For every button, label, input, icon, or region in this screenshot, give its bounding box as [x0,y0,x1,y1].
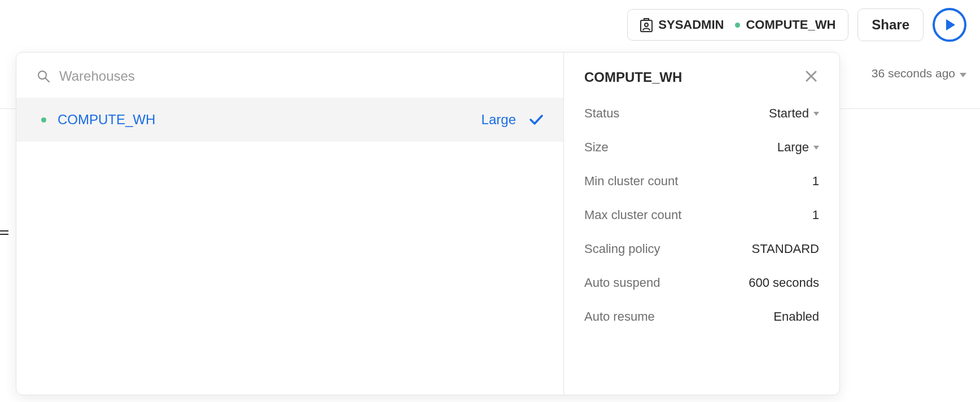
detail-value: Enabled [773,309,819,324]
warehouse-popover: COMPUTE_WH Large COMPUTE_WH Sta [16,52,840,395]
status-dot-icon [41,117,46,123]
detail-value: 1 [812,208,819,222]
detail-row-auto-resume: Auto resume Enabled [584,309,819,324]
detail-value: Large [777,140,809,155]
detail-title: COMPUTE_WH [584,69,682,85]
warehouse-list-panel: COMPUTE_WH Large [16,53,564,395]
detail-value: 600 seconds [749,276,819,290]
share-button[interactable]: Share [858,8,924,41]
status-dot-icon [735,23,740,28]
chevron-down-icon [813,143,819,151]
play-icon [945,19,956,31]
close-icon [806,71,817,82]
detail-header: COMPUTE_WH [584,68,819,86]
warehouse-segment: COMPUTE_WH [735,18,835,32]
detail-label: Scaling policy [584,242,660,256]
context-selector[interactable]: SYSADMIN COMPUTE_WH [627,9,848,41]
detail-label: Auto suspend [584,276,660,290]
drag-handle-icon[interactable] [0,230,8,235]
timestamp-text: 36 seconds ago [872,67,955,80]
detail-label: Auto resume [584,309,655,324]
size-dropdown[interactable]: Large [777,140,819,155]
detail-row-auto-suspend: Auto suspend 600 seconds [584,276,819,290]
svg-line-3 [46,78,50,82]
warehouse-item-size: Large [482,112,516,128]
last-run-timestamp[interactable]: 36 seconds ago [872,67,966,80]
detail-row-status: Status Started [584,106,819,121]
detail-row-max-cluster: Max cluster count 1 [584,208,819,222]
detail-label: Status [584,106,619,121]
search-icon [37,69,50,83]
detail-value: Started [769,106,809,121]
detail-value: 1 [812,174,819,189]
svg-point-1 [645,23,648,27]
detail-rows: Status Started Size Large Mi [584,106,819,324]
user-badge-icon [640,18,653,32]
status-dropdown[interactable]: Started [769,106,819,121]
detail-row-size: Size Large [584,140,819,155]
warehouse-list-item[interactable]: COMPUTE_WH Large [16,98,563,142]
chevron-down-icon [960,67,966,80]
role-segment: SYSADMIN [640,18,724,32]
detail-label: Size [584,140,609,155]
warehouse-detail-panel: COMPUTE_WH Status Started Size [564,53,839,395]
chevron-down-icon [813,110,819,117]
detail-label: Max cluster count [584,208,681,222]
warehouse-search-input[interactable] [59,68,543,84]
detail-label: Min cluster count [584,174,678,189]
worksheet-toolbar: SYSADMIN COMPUTE_WH Share [627,8,966,42]
warehouse-label: COMPUTE_WH [746,18,835,32]
search-row [16,53,563,98]
check-icon [530,115,543,125]
run-button[interactable] [933,8,966,42]
detail-row-min-cluster: Min cluster count 1 [584,174,819,189]
warehouse-item-name: COMPUTE_WH [58,112,155,128]
close-button[interactable] [803,68,819,86]
detail-row-scaling: Scaling policy STANDARD [584,242,819,256]
detail-value: STANDARD [752,242,819,256]
role-label: SYSADMIN [658,18,724,32]
